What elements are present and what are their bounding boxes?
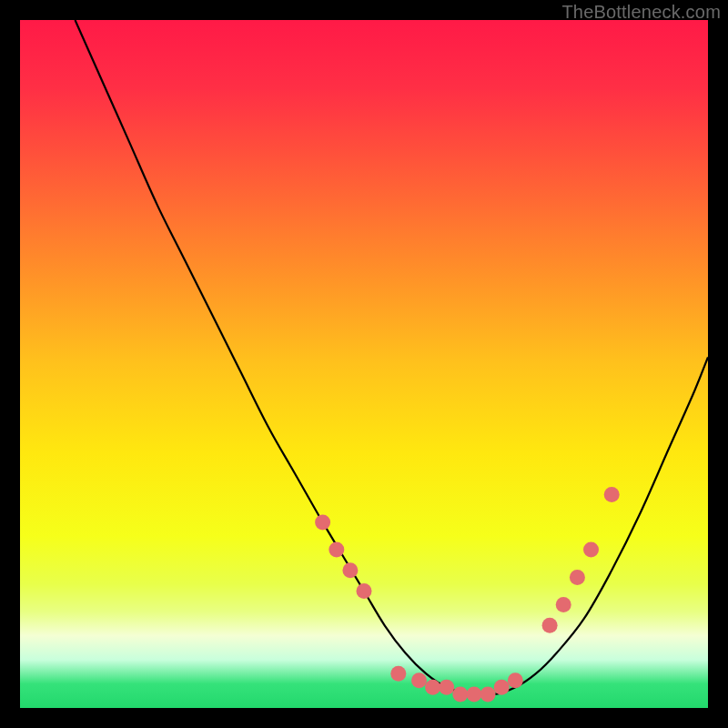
highlight-dot [342,562,358,578]
highlight-dot [494,680,510,695]
highlight-dot [315,514,330,530]
highlight-dot [467,686,482,702]
highlight-dot [542,618,558,633]
highlight-dot [411,672,427,688]
highlight-dots [315,487,620,702]
highlight-dot [425,680,440,695]
highlight-dot [357,583,372,599]
highlight-dot [508,672,523,688]
watermark-text: TheBottleneck.com [561,2,721,23]
highlight-dot [480,686,496,702]
highlight-dot [583,542,599,558]
curve-layer [20,20,708,708]
highlight-dot [329,542,344,558]
highlight-dot [556,597,571,612]
highlight-dot [452,686,468,702]
bottleneck-curve [76,20,709,695]
highlight-dot [439,680,454,695]
highlight-dot [570,570,585,585]
highlight-dot [390,666,406,682]
chart-frame: TheBottleneck.com [0,0,728,728]
highlight-dot [604,487,620,502]
plot-area [20,20,708,708]
